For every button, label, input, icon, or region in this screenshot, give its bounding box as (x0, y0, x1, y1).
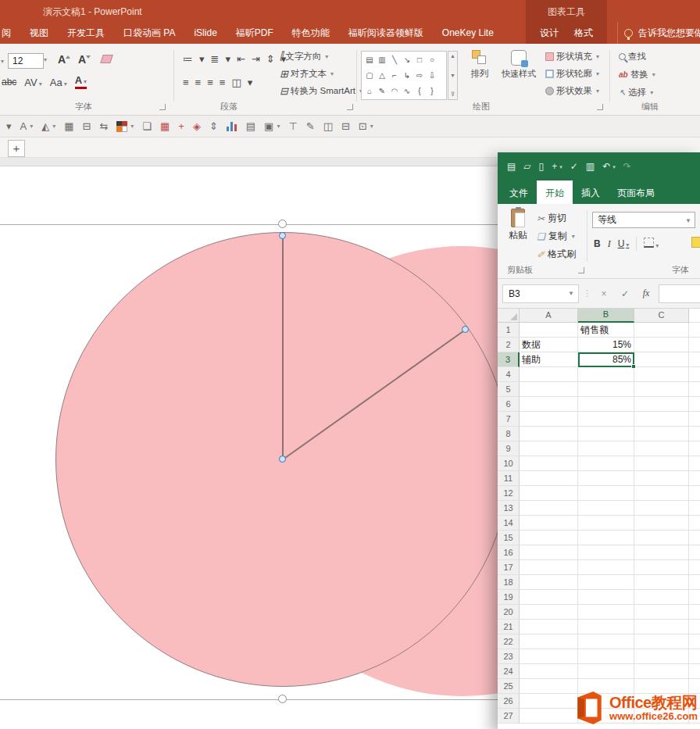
row-header-20[interactable]: 20 (498, 605, 520, 620)
italic-button[interactable]: I (608, 238, 611, 250)
fill-handle[interactable] (631, 364, 636, 369)
align-text-button[interactable]: ⊞对齐文本 (280, 68, 362, 80)
cell-B23[interactable] (578, 649, 634, 664)
new-slide-tab[interactable]: + (8, 140, 25, 157)
cell-A3[interactable]: 辅助 (520, 352, 578, 367)
oval-icon[interactable]: ○ (426, 52, 438, 68)
excel-tab-home[interactable]: 开始 (537, 180, 573, 204)
cell-A7[interactable] (520, 412, 578, 427)
cell-B5[interactable] (578, 382, 634, 397)
cell-B22[interactable] (578, 634, 634, 649)
increase-font-button[interactable]: A (58, 53, 70, 66)
row-header-19[interactable]: 19 (498, 590, 520, 605)
row-header-3[interactable]: 3 (498, 352, 520, 367)
clipboard-dialog-launcher[interactable] (578, 267, 584, 273)
cell-C23[interactable] (634, 649, 689, 664)
rounded-rectangle-icon[interactable]: ▢ (363, 68, 376, 84)
right-brace-icon[interactable]: } (426, 84, 438, 99)
cell-C10[interactable] (634, 456, 689, 471)
cell-A24[interactable] (520, 664, 578, 679)
excel-tab-file[interactable]: 文件 (501, 180, 537, 204)
cell-C17[interactable] (634, 560, 689, 575)
row-header-26[interactable]: 26 (498, 694, 520, 709)
cell-B15[interactable] (578, 531, 634, 545)
cell-A5[interactable] (520, 382, 578, 397)
row-header-13[interactable]: 13 (498, 501, 520, 516)
cell-B6[interactable] (578, 397, 634, 412)
format-brush-icon[interactable]: ✎ (306, 121, 315, 131)
row-header-6[interactable]: 6 (498, 397, 520, 412)
adjust-handle-arc[interactable] (462, 326, 469, 333)
tell-me-box[interactable]: 告诉我您想要做 (617, 22, 700, 44)
row-header-17[interactable]: 17 (498, 560, 520, 575)
adjust-handle-top[interactable] (279, 232, 286, 239)
cell-B8[interactable] (578, 427, 634, 441)
shape-fill-button[interactable]: 形状填充 (545, 51, 599, 63)
cell-C12[interactable] (634, 486, 689, 501)
print-align-icon[interactable]: ⊟ (341, 121, 350, 131)
row-header-2[interactable]: 2 (498, 338, 520, 352)
left-brace-icon[interactable]: { (413, 84, 426, 99)
shape-effects-button[interactable]: 形状效果 (545, 85, 599, 97)
cell-B17[interactable] (578, 560, 634, 575)
cell-A23[interactable] (520, 649, 578, 664)
find-button[interactable]: 查找 (619, 51, 655, 63)
tab-special-features[interactable]: 特色功能 (292, 27, 330, 40)
row-header-22[interactable]: 22 (498, 634, 520, 649)
cell-A26[interactable] (520, 694, 578, 709)
freeform-icon[interactable]: ✎ (376, 84, 388, 99)
row-header-8[interactable]: 8 (498, 427, 520, 441)
cell-C9[interactable] (634, 441, 689, 456)
new-file-icon[interactable]: ▯ (539, 162, 545, 171)
rectangle-icon[interactable]: □ (413, 52, 426, 68)
paragraph-dialog-launcher[interactable] (347, 104, 353, 110)
cell-C4[interactable] (634, 367, 689, 382)
font-color-button[interactable]: A (75, 75, 87, 89)
confirm-entry-button[interactable]: ✓ (616, 288, 634, 299)
row-header-11[interactable]: 11 (498, 471, 520, 486)
cell-B10[interactable] (578, 456, 634, 471)
cell-C22[interactable] (634, 634, 689, 649)
line-spacing-icon[interactable]: ⇕ (266, 53, 275, 65)
cell-A6[interactable] (520, 397, 578, 412)
tab-foxit-pdf[interactable]: 福昕PDF (236, 27, 273, 40)
row-header-9[interactable]: 9 (498, 441, 520, 456)
formula-bar-splitter[interactable]: ⋮ (583, 288, 591, 298)
select-button[interactable]: ↖选择 (619, 87, 655, 98)
cell-C18[interactable] (634, 575, 689, 590)
tab-developer[interactable]: 开发工具 (67, 27, 105, 40)
font-size-input[interactable]: 12 (8, 53, 44, 69)
color-matrix-icon[interactable]: ▦ (160, 121, 170, 131)
row-header-27[interactable]: 27 (498, 709, 520, 724)
row-header-5[interactable]: 5 (498, 382, 520, 397)
swap-objects-icon[interactable]: ⇆ (99, 121, 108, 131)
cell-C13[interactable] (634, 501, 689, 516)
cell-A27[interactable] (520, 709, 578, 724)
format-painter-button[interactable]: ✐格式刷 (537, 248, 576, 261)
cell-C8[interactable] (634, 427, 689, 441)
cell-C3[interactable] (634, 352, 689, 367)
cell-C20[interactable] (634, 605, 689, 620)
tab-chart-format[interactable]: 格式 (574, 27, 593, 40)
cell-C15[interactable] (634, 531, 689, 545)
spelling-icon[interactable]: ✓ (570, 162, 578, 171)
cell-A11[interactable] (520, 471, 578, 486)
align-left-icon[interactable]: ≡ (183, 77, 189, 88)
cell-A10[interactable] (520, 456, 578, 471)
insert-function-button[interactable]: fx (638, 288, 655, 299)
shape-gallery-scrollbar[interactable]: ▲▼⊽ (448, 51, 458, 100)
gallery-down-icon[interactable]: ▼ (448, 73, 457, 78)
bullets-icon[interactable]: ≔ (183, 53, 193, 65)
distribute-vertical-icon[interactable]: ⇕ (209, 121, 218, 131)
line-icon[interactable]: ╲ (388, 52, 401, 68)
right-arrow-icon[interactable]: ⇨ (413, 68, 426, 84)
excel-tab-insert[interactable]: 插入 (573, 180, 609, 204)
align-right-icon[interactable]: ≡ (207, 77, 213, 88)
cell-B21[interactable] (578, 620, 634, 634)
justify-icon[interactable]: ≡ (220, 77, 226, 88)
down-arrow-icon[interactable]: ⇩ (426, 68, 438, 84)
decrease-indent-icon[interactable]: ⇤ (237, 53, 245, 65)
more-dropdown-icon[interactable]: ▾ (6, 121, 12, 131)
adjust-handle-center[interactable] (279, 456, 286, 463)
clear-formatting-icon[interactable] (100, 55, 113, 63)
